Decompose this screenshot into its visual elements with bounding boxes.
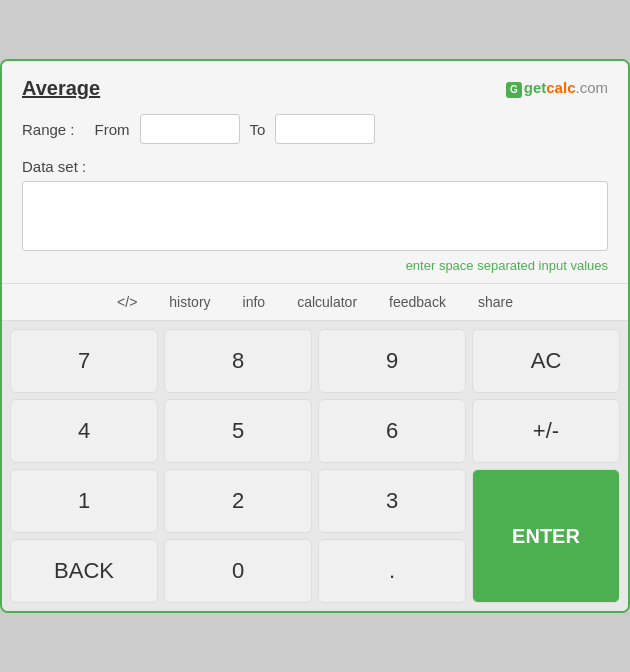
key-6[interactable]: 6 [318,399,466,463]
key-plusminus[interactable]: +/- [472,399,620,463]
key-5[interactable]: 5 [164,399,312,463]
logo-icon: G [506,82,522,98]
toolbar: </> history info calculator feedback sha… [2,284,628,321]
page-title: Average [22,77,100,100]
range-row: Range : From To [22,114,608,144]
from-label: From [95,121,130,138]
toolbar-history[interactable]: history [165,292,214,312]
range-label: Range : [22,121,75,138]
calculator-container: Average Ggetcalc.com Range : From To Dat… [0,59,630,613]
toolbar-calculator[interactable]: calculator [293,292,361,312]
key-7[interactable]: 7 [10,329,158,393]
logo-get: get [524,79,547,96]
toolbar-info[interactable]: info [239,292,270,312]
keypad: 7 8 9 AC 4 5 6 +/- 1 2 3 ENTER BACK 0 . [2,321,628,611]
dataset-label: Data set : [22,158,608,175]
key-enter[interactable]: ENTER [472,469,620,603]
key-2[interactable]: 2 [164,469,312,533]
key-0[interactable]: 0 [164,539,312,603]
header-row: Average Ggetcalc.com [22,77,608,100]
key-3[interactable]: 3 [318,469,466,533]
range-from-input[interactable] [140,114,240,144]
dataset-textarea[interactable] [22,181,608,251]
key-8[interactable]: 8 [164,329,312,393]
dataset-hint: enter space separated input values [22,258,608,273]
key-ac[interactable]: AC [472,329,620,393]
logo-calc: calc [546,79,575,96]
dataset-section: Data set : enter space separated input v… [22,158,608,273]
key-4[interactable]: 4 [10,399,158,463]
to-label: To [250,121,266,138]
toolbar-embed[interactable]: </> [113,292,141,312]
key-1[interactable]: 1 [10,469,158,533]
toolbar-share[interactable]: share [474,292,517,312]
key-9[interactable]: 9 [318,329,466,393]
logo: Ggetcalc.com [506,79,608,97]
logo-com: .com [575,79,608,96]
key-back[interactable]: BACK [10,539,158,603]
toolbar-feedback[interactable]: feedback [385,292,450,312]
key-dot[interactable]: . [318,539,466,603]
top-section: Average Ggetcalc.com Range : From To Dat… [2,61,628,273]
range-to-input[interactable] [275,114,375,144]
